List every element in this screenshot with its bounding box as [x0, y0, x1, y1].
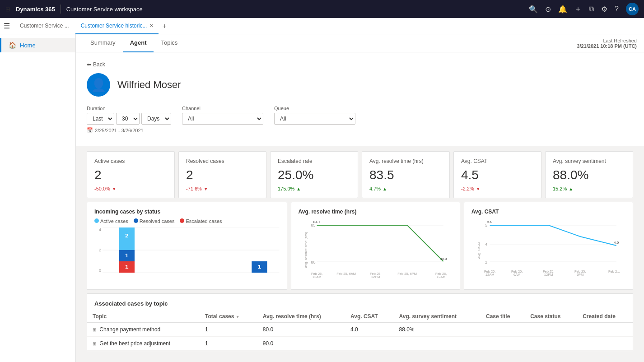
- kpi-avg-resolve-time-value: 83.5: [369, 168, 442, 182]
- col-avg-resolve: Avg. resolve time (hrs): [257, 311, 345, 323]
- sort-icon[interactable]: ▼: [236, 315, 240, 319]
- channel-select[interactable]: All: [182, 113, 263, 125]
- duration-label: Duration: [87, 106, 171, 111]
- cell-date-0: [577, 323, 633, 337]
- svg-text:1: 1: [125, 253, 129, 259]
- tab-summary[interactable]: Summary: [83, 34, 123, 52]
- filter-channel: Channel All: [182, 106, 263, 125]
- agent-name: Wilfried Moser: [117, 79, 181, 91]
- filter-duration: Duration Last 30 Days: [87, 106, 171, 133]
- legend-escalated: Escalated cases: [180, 218, 222, 224]
- svg-text:12AM: 12AM: [312, 275, 321, 279]
- expand-icon-0[interactable]: ⊞: [93, 327, 96, 332]
- svg-text:2: 2: [485, 260, 487, 265]
- grid-icon[interactable]: ⊞: [5, 6, 10, 13]
- topbar: ⊞ Dynamics 365 Customer Service workspac…: [0, 0, 644, 18]
- kpi-avg-resolve-time: Avg. resolve time (hrs) 83.5 4.7% ▲: [362, 151, 450, 198]
- bell-icon[interactable]: 🔔: [558, 5, 567, 14]
- sidebar-item-home[interactable]: 🏠 Home: [0, 38, 75, 52]
- col-created-date: Created date: [577, 311, 633, 323]
- kpi-resolved-cases-change: -71.6% ▼: [186, 186, 259, 191]
- agent-header: 👤 Wilfried Moser: [87, 73, 633, 97]
- bar-chart-area: 420: [94, 227, 280, 282]
- bar-active-0: [119, 227, 135, 250]
- tab-cs-label: Customer Service ...: [20, 23, 69, 29]
- tab-close-icon[interactable]: ✕: [149, 23, 153, 28]
- svg-text:1: 1: [125, 264, 129, 270]
- kpi-avg-csat-change: -2.2% ▼: [461, 186, 534, 191]
- back-button[interactable]: ⬅ Back: [87, 61, 633, 68]
- duration-value-select[interactable]: 30: [116, 113, 140, 125]
- scroll-content: ⬅ Back 👤 Wilfried Moser Duration: [76, 52, 644, 362]
- kpi-resolved-cases: Resolved cases 2 -71.6% ▼: [178, 151, 266, 198]
- target-icon[interactable]: ⊙: [545, 5, 551, 14]
- search-icon[interactable]: 🔍: [529, 5, 538, 14]
- associated-cases-table: Topic Total cases ▼ Avg. resolve time (h…: [87, 311, 633, 351]
- kpi-active-cases-change: -50.0% ▼: [94, 186, 167, 191]
- cell-topic-1: ⊞ Get the best price adjustment: [87, 337, 200, 351]
- kpi-active-cases-title: Active cases: [94, 158, 167, 164]
- tab-historic[interactable]: Customer Service historic... ✕: [75, 18, 159, 34]
- expand-icon-1[interactable]: ⊞: [93, 341, 96, 346]
- col-topic: Topic: [87, 311, 200, 323]
- cell-total-0: 1: [200, 323, 257, 337]
- agent-avatar-icon: 👤: [91, 78, 107, 93]
- arrow-down-icon-2: ▼: [204, 186, 208, 191]
- filter-duration-controls: Last 30 Days: [87, 113, 171, 125]
- kpi-escalated-rate-change: 175.0% ▲: [278, 186, 350, 191]
- help-icon[interactable]: ?: [615, 5, 619, 13]
- table-section-title: Associated cases by topic: [87, 294, 633, 311]
- kpi-avg-csat: Avg. CSAT 4.5 -2.2% ▼: [453, 151, 541, 198]
- back-icon: ⬅: [87, 61, 91, 68]
- col-avg-survey: Avg. survey sentiment: [394, 311, 481, 323]
- tab-agent[interactable]: Agent: [123, 34, 154, 52]
- tab-topics[interactable]: Topics: [154, 34, 185, 52]
- calendar-icon: 📅: [87, 127, 93, 133]
- user-avatar[interactable]: CA: [626, 3, 639, 15]
- filter-queue: Queue All: [274, 106, 355, 125]
- home-icon: 🏠: [9, 42, 16, 49]
- csat-chart-svg: 5 4 2 Avg. CSAT 5.0 4.0: [471, 218, 625, 282]
- tab-customer-service[interactable]: Customer Service ...: [14, 18, 75, 34]
- svg-text:5.0: 5.0: [487, 220, 493, 224]
- cell-status-1: [525, 337, 577, 351]
- settings-icon[interactable]: ⚙: [601, 5, 607, 14]
- kpi-escalated-rate: Escalated rate 25.0% 175.0% ▲: [270, 151, 358, 198]
- duration-unit-select[interactable]: Days: [141, 113, 171, 125]
- svg-text:80.0: 80.0: [439, 257, 447, 261]
- col-total-cases: Total cases ▼: [200, 311, 257, 323]
- duration-preset-select[interactable]: Last: [87, 113, 114, 125]
- bar-chart-svg: 2 1 1 1 Feb 25, 12A... Feb 25, 6AM Feb 2…: [103, 227, 280, 273]
- svg-text:84.7: 84.7: [313, 220, 320, 224]
- channel-label: Channel: [182, 106, 263, 111]
- kpi-resolved-cases-title: Resolved cases: [186, 158, 259, 164]
- sidebar-item-home-label: Home: [20, 42, 36, 49]
- svg-text:12AM: 12AM: [485, 273, 495, 277]
- resolve-time-chart-card: Avg. resolve time (hrs) 85 80 Avg. resol…: [291, 202, 460, 290]
- arrow-up-icon: ▲: [296, 186, 301, 191]
- cell-resolve-1: 90.0: [257, 337, 345, 351]
- cell-title-0: [481, 323, 525, 337]
- filter-icon[interactable]: ⧉: [589, 5, 594, 13]
- kpi-avg-resolve-time-title: Avg. resolve time (hrs): [369, 158, 442, 164]
- hamburger-menu[interactable]: ☰: [4, 22, 10, 30]
- svg-text:12PM: 12PM: [544, 273, 553, 277]
- legend-active: Active cases: [94, 218, 128, 224]
- csat-chart-title: Avg. CSAT: [471, 209, 625, 215]
- cell-date-1: [577, 337, 633, 351]
- csat-line: [490, 225, 616, 246]
- workspace-name: Customer Service workspace: [66, 6, 143, 13]
- agent-avatar: 👤: [87, 73, 110, 97]
- cell-status-0: [525, 323, 577, 337]
- cell-total-1: 1: [200, 337, 257, 351]
- table-row: ⊞ Change payment method 1 80.0 4.0 88.0%: [87, 323, 633, 337]
- cell-csat-0: 4.0: [345, 323, 393, 337]
- svg-text:6PM: 6PM: [577, 273, 583, 277]
- queue-select[interactable]: All: [274, 113, 355, 125]
- plus-icon[interactable]: ＋: [574, 5, 582, 14]
- svg-text:Feb 25, 6PM: Feb 25, 6PM: [397, 272, 417, 276]
- legend-resolved: Resolved cases: [134, 218, 175, 224]
- kpi-row: Active cases 2 -50.0% ▼ Resolved cases 2…: [76, 146, 644, 202]
- topbar-icons: 🔍 ⊙ 🔔 ＋ ⧉ ⚙ ? CA: [529, 3, 639, 15]
- tab-add-button[interactable]: +: [159, 22, 169, 30]
